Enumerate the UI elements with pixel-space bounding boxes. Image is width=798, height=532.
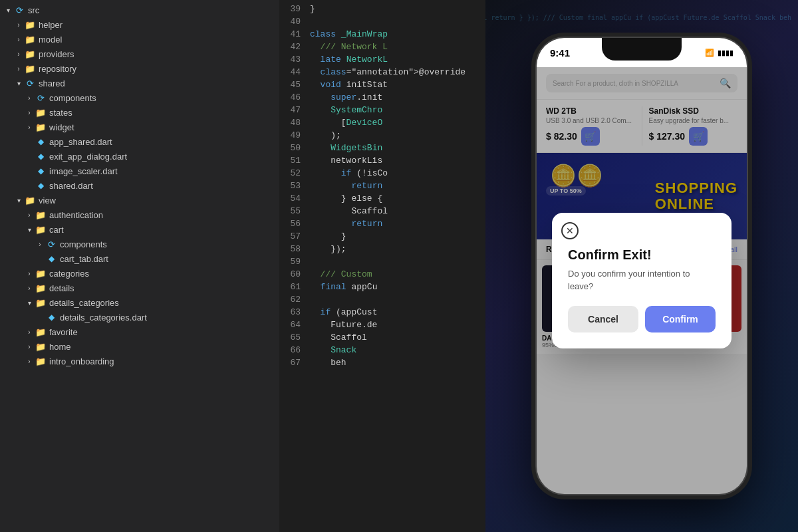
code-line: }); [310,243,480,255]
tree-item-providers[interactable]: ›📁providers [0,47,279,61]
dialog-overlay: ✕ Confirm Exit! Do you confirm your inte… [537,67,747,494]
tree-arrow: ▾ [13,80,24,87]
tree-item-label: image_scaler.dart [49,166,279,176]
folder-icon: 📁 [35,108,47,118]
folder-icon: 📁 [24,196,36,205]
tree-item-label: cart_tab.dart [60,254,279,264]
dart-file-icon: ◆ [35,137,47,146]
tree-item-cart_tab.dart[interactable]: ◆cart_tab.dart [0,251,279,266]
tree-item-label: cart [49,225,279,235]
tree-item-widget[interactable]: ›📁widget [0,120,279,134]
tree-item-view[interactable]: ▾📁view [0,193,279,207]
code-line: if (appCust [310,306,480,319]
tree-item-label: view [39,196,279,205]
tree-item-label: home [49,342,279,352]
code-line: super.init [310,91,480,104]
tree-item-label: categories [49,269,279,279]
code-line: } [310,3,480,15]
code-line: return [310,180,480,192]
tree-arrow: ▾ [13,197,24,204]
tree-item-shared[interactable]: ▾⟳shared [0,76,279,90]
tree-arrow: › [24,329,35,336]
tree-item-label: shared [39,78,279,88]
tree-item-intro_onboarding[interactable]: ›📁intro_onboarding [0,354,279,368]
tree-arrow: › [24,94,35,102]
tree-arrow: ▾ [24,226,35,233]
code-line: [DeviceO [310,116,480,129]
phone-status-bar: 9:41 📶 ▮▮▮▮ [537,38,747,67]
tree-arrow: › [13,21,24,29]
code-line: late NetworkL [310,53,480,66]
code-line: networkLis [310,154,480,167]
tree-item-label: states [49,108,279,118]
code-line: Snack [310,344,480,356]
dart-file-icon: ◆ [45,254,57,263]
tree-item-components[interactable]: ›⟳components [0,90,279,105]
tree-item-label: authentication [49,210,279,220]
code-line: /// Custom [310,268,480,281]
code-line: SystemChro [310,104,480,116]
code-editor: 3940414243444546474849505152535455565758… [279,0,485,532]
tree-item-label: intro_onboarding [49,356,279,366]
cancel-button[interactable]: Cancel [568,306,638,332]
code-line: void initStat [310,78,480,91]
code-line: ); [310,129,480,142]
tree-item-label: shared.dart [49,181,279,191]
tree-item-repository[interactable]: ›📁repository [0,61,279,76]
code-line: class _MainWrap [310,28,480,41]
folder-icon: 📁 [35,298,47,308]
tree-item-label: widget [49,122,279,132]
code-line: } else { [310,192,480,205]
status-time: 9:41 [550,47,570,59]
tree-item-exit_app_dialog.dart[interactable]: ◆exit_app_dialog.dart [0,149,279,164]
folder-icon: 📁 [24,20,36,30]
folder-icon: 📁 [35,225,47,235]
file-explorer: ▾⟳src›📁helper›📁model›📁providers›📁reposit… [0,0,279,532]
tree-item-details_categories[interactable]: ▾📁details_categories [0,295,279,310]
component-folder-icon: ⟳ [35,93,47,103]
tree-item-shared.dart[interactable]: ◆shared.dart [0,178,279,193]
tree-item-label: favorite [49,327,279,337]
tree-item-cart-components[interactable]: ›⟳components [0,237,279,251]
tree-item-label: exit_app_dialog.dart [49,152,279,162]
code-line: /// Network L [310,41,480,53]
battery-icon: ▮▮▮▮ [718,49,733,57]
tree-item-home[interactable]: ›📁home [0,339,279,354]
dialog-title: Confirm Exit! [568,247,716,263]
code-line [310,293,480,306]
tree-item-label: providers [39,49,279,59]
status-icons: 📶 ▮▮▮▮ [705,49,733,57]
tree-item-details_categories.dart[interactable]: ◆details_categories.dart [0,310,279,325]
tree-item-states[interactable]: ›📁states [0,105,279,120]
code-line [310,15,480,28]
code-line [310,255,480,268]
tree-item-authentication[interactable]: ›📁authentication [0,207,279,222]
tree-item-image_scaler.dart[interactable]: ◆image_scaler.dart [0,164,279,178]
tree-arrow: › [24,358,35,365]
tree-item-categories[interactable]: ›📁categories [0,266,279,281]
tree-item-label: src [28,5,279,15]
tree-item-app_shared.dart[interactable]: ◆app_shared.dart [0,134,279,149]
folder-icon: 📁 [35,342,47,352]
tree-item-label: helper [39,20,279,30]
folder-icon: 📁 [35,283,47,293]
tree-item-helper[interactable]: ›📁helper [0,17,279,32]
confirm-button[interactable]: Confirm [645,306,716,332]
tree-arrow: › [24,211,35,219]
tree-item-favorite[interactable]: ›📁favorite [0,325,279,339]
dart-file-icon: ◆ [35,166,47,176]
tree-arrow: › [24,270,35,277]
code-line: class="annotation">@override [310,66,480,78]
phone-notch [602,38,682,61]
dart-file-icon: ◆ [45,313,57,322]
tree-item-cart[interactable]: ▾📁cart [0,222,279,237]
tree-item-details[interactable]: ›📁details [0,281,279,295]
tree-arrow: › [13,36,24,43]
folder-icon: 📁 [24,35,36,45]
tree-arrow: › [24,343,35,350]
tree-arrow: › [24,124,35,131]
tree-item-src[interactable]: ▾⟳src [0,3,279,17]
tree-arrow: › [24,285,35,292]
tree-item-model[interactable]: ›📁model [0,32,279,47]
code-line: } [310,230,480,243]
